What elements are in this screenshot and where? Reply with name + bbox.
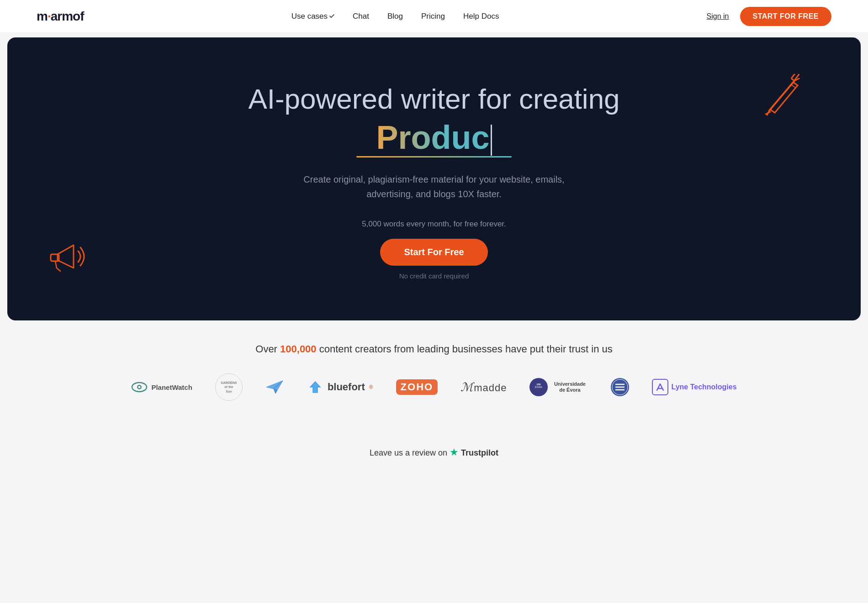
chevron-down-icon (329, 13, 334, 18)
navbar: m·armof Use cases Chat Blog Pricing Help… (0, 0, 868, 33)
nav-links: Use cases Chat Blog Pricing Help Docs (291, 12, 499, 21)
svg-line-7 (55, 261, 57, 268)
stripe-icon (611, 378, 629, 396)
svg-line-8 (57, 268, 60, 271)
trust-heading: Over 100,000 content creators from leadi… (37, 343, 831, 355)
megaphone-icon (44, 234, 94, 284)
trustpilot-star-icon: ★ (450, 446, 459, 458)
hero-section: AI-powered writer for creating Produc Cr… (7, 37, 861, 320)
logo-lyne: Lyne Technologies (652, 379, 736, 395)
logo-zoho: ZOHO (396, 379, 438, 395)
bluefort-label: bluefort (328, 381, 365, 393)
planetwatch-label: PlanetWatch (151, 383, 192, 391)
hero-subtitle: Create original, plagiarism-free materia… (288, 172, 580, 201)
start-for-free-nav-button[interactable]: START FOR FREE (740, 7, 831, 26)
universidade-label: Universidade de Évora (551, 381, 588, 393)
nav-pricing[interactable]: Pricing (421, 12, 445, 21)
lyne-label: Lyne Technologies (671, 383, 736, 391)
start-for-free-hero-button[interactable]: Start For Free (380, 239, 487, 266)
hero-words-note: 5,000 words every month, for free foreve… (362, 220, 506, 229)
bluefort-box-icon (307, 379, 324, 395)
hero-no-cc-text: No credit card required (399, 272, 469, 280)
pencil-icon (760, 74, 806, 120)
logo-planetwatch: PlanetWatch (131, 379, 192, 395)
logo-gardens: GARDENSof theSun (215, 373, 243, 401)
nav-chat[interactable]: Chat (353, 12, 369, 21)
trustpilot-name: Trustpilot (461, 448, 498, 457)
nav-help-docs[interactable]: Help Docs (463, 12, 499, 21)
logo-universidade: UNI ÉVORA Universidade de Évora (529, 378, 588, 396)
svg-text:ÉVORA: ÉVORA (535, 385, 543, 388)
hero-underline (356, 156, 512, 157)
nav-use-cases[interactable]: Use cases (291, 12, 334, 21)
trust-highlight-number: 100,000 (280, 343, 317, 355)
trustpilot-bar: Leave us a review on ★ Trustpilot (0, 437, 868, 467)
planetwatch-eye-icon (131, 379, 148, 395)
logos-row: PlanetWatch GARDENSof theSun bluefort ® (37, 373, 831, 401)
svg-point-11 (138, 386, 141, 388)
paperplane-icon (265, 379, 284, 395)
svg-line-5 (791, 84, 795, 88)
navbar-right: Sign in START FOR FREE (707, 7, 831, 26)
hero-title: AI-powered writer for creating (248, 83, 619, 115)
hero-word-text: Produc (376, 119, 489, 156)
logo-madde: ℳmadde (460, 380, 507, 394)
hero-cursor (491, 125, 492, 156)
madde-label: ℳmadde (460, 380, 507, 394)
universidade-badge: UNI ÉVORA (529, 378, 548, 396)
logo-bluefort: bluefort ® (307, 379, 373, 395)
lyne-box-icon (652, 379, 668, 395)
zoho-label: ZOHO (396, 379, 438, 395)
trust-section: Over 100,000 content creators from leadi… (0, 320, 868, 437)
hero-animated-word: Produc (376, 119, 492, 156)
nav-blog[interactable]: Blog (387, 12, 403, 21)
logo[interactable]: m·armof (37, 9, 84, 24)
logo-paperplane (265, 379, 284, 395)
gardens-logo-badge: GARDENSof theSun (215, 373, 243, 401)
logo-stripe-badge (611, 378, 629, 396)
svg-text:UNI: UNI (537, 383, 541, 386)
sign-in-link[interactable]: Sign in (707, 12, 729, 21)
